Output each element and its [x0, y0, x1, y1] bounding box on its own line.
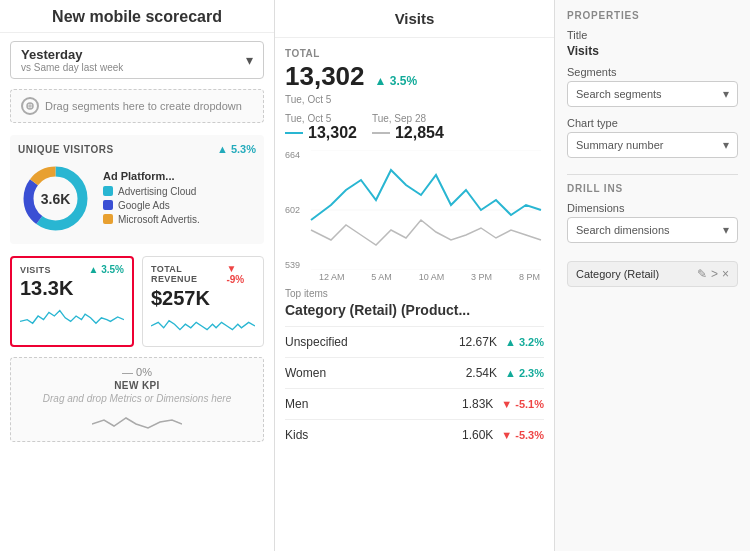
kpi-visits-value: 13.3K	[20, 277, 124, 300]
kpi-visits-sparkline	[20, 302, 124, 330]
item-name-2: Men	[285, 397, 308, 411]
item-val-2: 1.83K	[462, 397, 493, 411]
donut-section: UNIQUE VISITORS ▲ 5.3% 3.6K Ad Platform.…	[10, 135, 264, 244]
stat-main-val: 13,302	[285, 61, 365, 92]
new-kpi-title: NEW KPI	[19, 380, 255, 391]
compare-line-2	[372, 132, 390, 134]
segments-chevron-icon: ▾	[723, 87, 729, 101]
legend-label-1: Advertising Cloud	[118, 186, 196, 197]
drill-edit-icon[interactable]: ✎	[697, 267, 707, 281]
date-selector[interactable]: Yesterday vs Same day last week ▾	[10, 41, 264, 79]
kpi-card-revenue[interactable]: TOTAL REVENUE ▼ -9% $257K	[142, 256, 264, 347]
item-change-0: ▲ 3.2%	[505, 336, 544, 348]
compare-item-1: Tue, Oct 5 13,302	[285, 113, 357, 142]
drag-segments-area: Drag segments here to create dropdown	[10, 89, 264, 123]
date-main: Yesterday	[21, 47, 123, 62]
y-bot: 539	[285, 260, 300, 270]
x-label-1: 12 AM	[319, 272, 345, 282]
chevron-down-icon: ▾	[246, 52, 253, 68]
x-label-2: 5 AM	[371, 272, 392, 282]
dimensions-label: Dimensions	[567, 202, 738, 214]
drag-icon	[21, 97, 39, 115]
item-change-2: ▼ -5.1%	[501, 398, 544, 410]
total-label: TOTAL	[285, 48, 544, 59]
compare-row: Tue, Oct 5 13,302 Tue, Sep 28 12,854	[285, 113, 544, 142]
legend-dot-1	[103, 186, 113, 196]
chart-type-chevron-icon: ▾	[723, 138, 729, 152]
mid-header: Visits	[275, 0, 554, 38]
dimensions-select[interactable]: Search dimensions ▾	[567, 217, 738, 243]
left-panel: New mobile scorecard Yesterday vs Same d…	[0, 0, 275, 551]
list-item: Men 1.83K ▼ -5.1%	[285, 388, 544, 419]
item-right-3: 1.60K ▼ -5.3%	[462, 428, 544, 442]
new-kpi-card[interactable]: — 0% NEW KPI Drag and drop Metrics or Di…	[10, 357, 264, 442]
left-header: New mobile scorecard	[0, 0, 274, 33]
mid-title: Visits	[285, 10, 544, 27]
title-label: Title	[567, 29, 738, 41]
mid-content: TOTAL 13,302 ▲ 3.5% Tue, Oct 5 Tue, Oct …	[275, 38, 554, 551]
compare-line-1	[285, 132, 303, 134]
x-label-4: 3 PM	[471, 272, 492, 282]
item-name-1: Women	[285, 366, 326, 380]
list-item: Unspecified 12.67K ▲ 3.2%	[285, 326, 544, 357]
chart-x-labels: 12 AM 5 AM 10 AM 3 PM 8 PM	[285, 272, 544, 282]
chart-type-select[interactable]: Summary number ▾	[567, 132, 738, 158]
legend-item-2: Google Ads	[103, 200, 256, 211]
kpi-card-revenue-header: TOTAL REVENUE ▼ -9%	[151, 263, 255, 285]
kpi-visits-change: ▲ 3.5%	[89, 264, 124, 275]
drill-tag-label: Category (Retail)	[576, 268, 659, 280]
line-chart	[308, 150, 544, 270]
top-items-title: Category (Retail) (Product...	[285, 302, 544, 318]
kpi-revenue-title: TOTAL REVENUE	[151, 264, 226, 284]
stat-main-date: Tue, Oct 5	[285, 94, 544, 105]
date-info: Yesterday vs Same day last week	[21, 47, 123, 73]
right-panel: PROPERTIES Title Visits Segments Search …	[555, 0, 750, 551]
drill-close-icon[interactable]: ×	[722, 267, 729, 281]
drag-label: Drag segments here to create dropdown	[45, 100, 242, 112]
stat-main-change: ▲ 3.5%	[375, 74, 418, 88]
drill-next-icon[interactable]: >	[711, 267, 718, 281]
top-items-list: Unspecified 12.67K ▲ 3.2% Women 2.54K ▲ …	[285, 326, 544, 450]
top-items-label: Top items	[285, 288, 544, 299]
dimensions-chevron-icon: ▾	[723, 223, 729, 237]
kpi-card-visits[interactable]: VISITS ▲ 3.5% 13.3K	[10, 256, 134, 347]
donut-legend-title: Ad Platform...	[103, 170, 256, 182]
y-top: 664	[285, 150, 300, 160]
scorecard-title: New mobile scorecard	[10, 8, 264, 26]
item-val-1: 2.54K	[466, 366, 497, 380]
properties-title: PROPERTIES	[567, 10, 738, 21]
segments-placeholder: Search segments	[576, 88, 662, 100]
chart-type-value: Summary number	[576, 139, 663, 151]
drill-ins-label: DRILL INS	[567, 183, 738, 194]
dimensions-placeholder: Search dimensions	[576, 224, 670, 236]
title-value: Visits	[567, 44, 738, 58]
chart-type-label: Chart type	[567, 117, 738, 129]
legend-item-1: Advertising Cloud	[103, 186, 256, 197]
donut-legend: Ad Platform... Advertising Cloud Google …	[103, 170, 256, 228]
donut-value: 3.6K	[41, 191, 71, 207]
kpi-row: VISITS ▲ 3.5% 13.3K TOTAL REVENUE ▼ -9% …	[10, 256, 264, 347]
date-sub: vs Same day last week	[21, 62, 123, 73]
compare-val-row-1: 13,302	[285, 124, 357, 142]
stat-main-row: 13,302 ▲ 3.5%	[285, 61, 544, 92]
drill-tag-actions: ✎ > ×	[697, 267, 729, 281]
compare-val-row-2: 12,854	[372, 124, 444, 142]
kpi-revenue-sparkline	[151, 312, 255, 340]
compare-date-1: Tue, Oct 5	[285, 113, 357, 124]
new-kpi-sub: Drag and drop Metrics or Dimensions here	[19, 393, 255, 404]
legend-dot-2	[103, 200, 113, 210]
item-name-0: Unspecified	[285, 335, 348, 349]
chart-area: 664 602 539 12 AM 5 AM 10 A	[285, 150, 544, 282]
x-label-3: 10 AM	[419, 272, 445, 282]
legend-label-3: Microsoft Advertis.	[118, 214, 200, 225]
kpi-revenue-value: $257K	[151, 287, 255, 310]
item-right-2: 1.83K ▼ -5.1%	[462, 397, 544, 411]
compare-item-2: Tue, Sep 28 12,854	[372, 113, 444, 142]
donut-header: UNIQUE VISITORS ▲ 5.3%	[18, 143, 256, 155]
segments-select[interactable]: Search segments ▾	[567, 81, 738, 107]
drill-tag: Category (Retail) ✎ > ×	[567, 261, 738, 287]
donut-title: UNIQUE VISITORS	[18, 144, 114, 155]
item-val-3: 1.60K	[462, 428, 493, 442]
item-right-1: 2.54K ▲ 2.3%	[466, 366, 544, 380]
item-name-3: Kids	[285, 428, 308, 442]
